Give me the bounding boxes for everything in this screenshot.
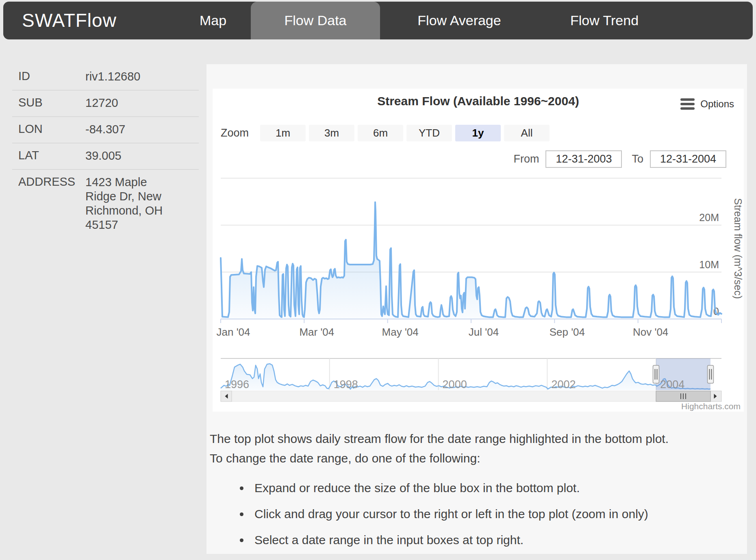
info-label: ID bbox=[18, 69, 85, 84]
info-label: SUB bbox=[18, 96, 85, 110]
app-header: SWATFlow Map Flow Data Flow Average Flow… bbox=[3, 2, 753, 39]
info-row-id: ID riv1.12680 bbox=[12, 64, 199, 91]
info-value: 12720 bbox=[85, 96, 173, 110]
info-label: LON bbox=[18, 122, 85, 137]
instructions-list: Expand or reduce the size of the blue bo… bbox=[210, 479, 738, 549]
info-label: LAT bbox=[18, 149, 85, 163]
x-axis-label: Sep '04 bbox=[550, 326, 585, 338]
x-axis-label: May '04 bbox=[382, 326, 419, 338]
x-axis-label: Jul '04 bbox=[469, 326, 499, 338]
tab-flow-average[interactable]: Flow Average bbox=[417, 2, 501, 39]
tab-flow-trend[interactable]: Flow Trend bbox=[570, 2, 639, 39]
highcharts-credit[interactable]: Highcharts.com bbox=[681, 402, 741, 411]
navigator-year-label: 1996 bbox=[225, 378, 249, 391]
info-value: -84.307 bbox=[85, 122, 173, 137]
info-value: 39.005 bbox=[85, 149, 173, 163]
info-row-sub: SUB 12720 bbox=[12, 91, 199, 117]
tab-flow-data[interactable]: Flow Data bbox=[284, 2, 346, 39]
app-logo: SWATFlow bbox=[22, 2, 117, 39]
x-axis-label: Mar '04 bbox=[299, 326, 334, 338]
navigator-handle-left[interactable] bbox=[653, 365, 659, 383]
navigator-year-label: 2004 bbox=[660, 378, 684, 391]
instruction-bullet-3: Select a date range in the input boxes a… bbox=[210, 531, 738, 549]
x-axis-label: Jan '04 bbox=[216, 326, 250, 338]
info-label: ADDRESS bbox=[18, 175, 85, 232]
instructions-line-2: To change the date range, do one of the … bbox=[210, 449, 738, 468]
stream-chart-canvas[interactable]: 010M20MJan '04Mar '04May '04Jul '04Sep '… bbox=[213, 89, 744, 412]
navigator-year-label: 1998 bbox=[334, 378, 358, 391]
info-value: 1423 Maple Ridge Dr, New Richmond, OH 45… bbox=[85, 175, 173, 232]
stream-flow-chart: Stream Flow (Available 1996~2004) Option… bbox=[213, 89, 744, 412]
y-axis-title: Stream flow (m^3/sec) bbox=[732, 198, 744, 299]
site-info-table: ID riv1.12680 SUB 12720 LON -84.307 LAT … bbox=[12, 64, 199, 238]
info-row-lat: LAT 39.005 bbox=[12, 143, 199, 170]
instruction-bullet-2: Click and drag your cursor to the right … bbox=[210, 505, 738, 523]
navigator-handle-right[interactable] bbox=[708, 365, 714, 383]
instruction-bullet-1: Expand or reduce the size of the blue bo… bbox=[210, 479, 738, 497]
flow-data-panel: Stream Flow (Available 1996~2004) Option… bbox=[206, 64, 747, 554]
y-axis-label: 20M bbox=[699, 212, 719, 223]
info-row-lon: LON -84.307 bbox=[12, 117, 199, 143]
navigator-year-label: 2002 bbox=[551, 378, 576, 391]
tab-map[interactable]: Map bbox=[200, 2, 226, 39]
navigator-year-label: 2000 bbox=[443, 378, 467, 391]
x-axis-label: Nov '04 bbox=[633, 326, 668, 338]
page: SWATFlow Map Flow Data Flow Average Flow… bbox=[0, 0, 756, 560]
info-row-address: ADDRESS 1423 Maple Ridge Dr, New Richmon… bbox=[12, 170, 199, 238]
instructions-line-1: The top plot shows daily stream flow for… bbox=[210, 429, 738, 449]
y-axis-label: 10M bbox=[699, 259, 719, 270]
scrollbar-track[interactable] bbox=[232, 391, 710, 402]
chart-instructions: The top plot shows daily stream flow for… bbox=[210, 429, 738, 557]
info-value: riv1.12680 bbox=[85, 69, 173, 84]
